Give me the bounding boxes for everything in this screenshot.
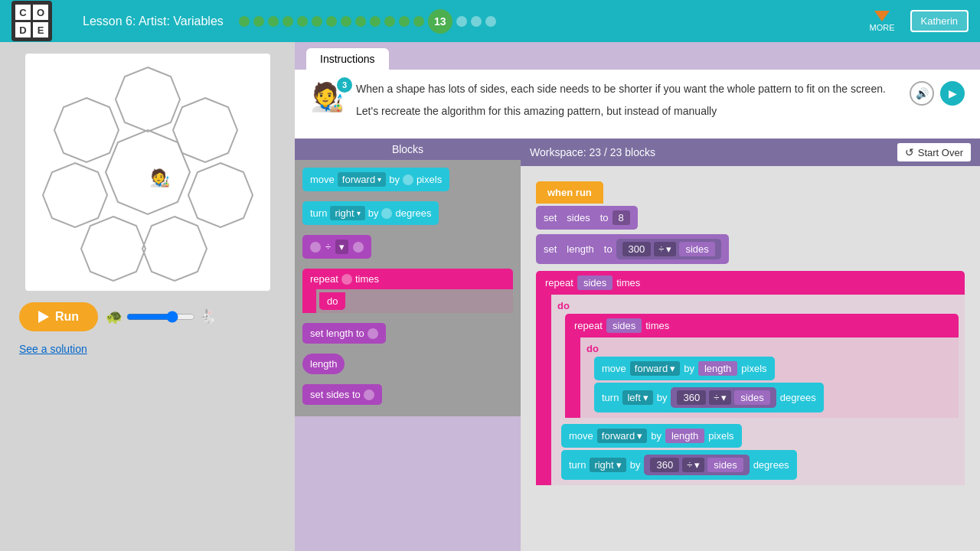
progress-dot-1[interactable] [239,16,250,27]
progress-dot-11[interactable] [384,16,395,27]
math-block[interactable]: ÷ ▾ [302,235,371,259]
move-forward-block[interactable]: move forward ▾ by pixels [302,168,449,191]
start-over-button[interactable]: ↺ Start Over [897,143,971,161]
blocks-header-label: Blocks [392,143,423,155]
forward-value: forward [342,174,375,185]
inner-360-val[interactable]: 360 [677,390,706,405]
turn-right-block[interactable]: turn right ▾ by degrees [302,201,439,225]
more-arrow-icon [874,11,890,21]
inner-forward-val: forward [635,363,668,374]
audio-controls: 🔊 ▶ [910,81,965,106]
forward-dropdown[interactable]: forward ▾ [338,172,386,187]
inner-left-dd[interactable]: left ▾ [622,390,652,405]
math-dropdown[interactable]: ▾ [335,240,348,254]
sides-val[interactable]: 8 [612,210,630,225]
outer-div-op[interactable]: 360 ÷ ▾ sides [644,455,749,475]
inner-times-label: times [645,320,669,331]
logo: C O D E [11,1,52,41]
outer-360b-val[interactable]: 360 [650,458,679,472]
play-button[interactable]: ▶ [940,81,965,106]
outer-div-dd[interactable]: ÷ ▾ [682,458,704,472]
set-sides-ws-label: set [544,212,557,223]
inner-degrees-label: degrees [780,392,816,403]
canvas-area: 🧑‍🎨 [25,54,270,291]
div-op-block[interactable]: 300 ÷ ▾ sides [616,239,721,259]
progress-dot-8[interactable] [341,16,351,27]
progress-dot-13[interactable] [413,16,424,27]
inner-repeat-label: repeat [574,320,603,331]
progress-dot-3[interactable] [268,16,279,27]
inner-length-var: length [698,361,737,376]
set-length-ws-block[interactable]: set length to 300 ÷ ▾ sides [536,234,729,264]
set-sides-ws-block[interactable]: set sides to 8 [536,206,638,230]
more-button[interactable]: MORE [870,11,895,32]
do-text: do [327,295,338,307]
inner-div-op[interactable]: 360 ÷ ▾ sides [671,387,776,408]
slow-icon: 🐢 [106,308,122,325]
badge: 3 [337,77,352,93]
character-area: 🧑‍🎨 3 [310,81,345,113]
inner-turn-block[interactable]: turn left ▾ by 360 [594,383,824,412]
progress-dot-6[interactable] [312,16,322,27]
inner-forward-dd[interactable]: forward ▾ [630,361,680,376]
inner-div-dd[interactable]: ÷ ▾ [709,390,731,405]
repeat-nub [341,274,352,285]
inner-move-label: move [602,363,626,374]
speed-input[interactable] [126,311,195,323]
outer-repeat-label: repeat [545,277,573,289]
outer-forward-dd[interactable]: forward ▾ [597,429,647,443]
workspace-panel: when run set sides to 8 [521,166,980,551]
progress-dot-7[interactable] [326,16,337,27]
progress-dot-10[interactable] [370,16,381,27]
outer-turn-block[interactable]: turn right ▾ by 360 ÷ [561,450,797,480]
inner-repeat-header[interactable]: repeat sides times [565,314,959,337]
audio-button[interactable]: 🔊 [910,81,934,106]
repeat-block[interactable]: repeat times do [302,269,513,313]
right-dropdown[interactable]: right ▾ [330,206,364,220]
instruction-line2: Let's recreate the algorithm for this am… [356,103,898,119]
turn-right-block-row: turn right ▾ by degrees [302,201,513,225]
progress-dot-4[interactable] [283,16,293,27]
speed-slider-area: 🐢 🐇 [106,308,216,325]
run-button[interactable]: Run [19,302,98,331]
do-label: do [319,292,345,310]
outer-repeat-header[interactable]: repeat sides times [536,271,965,295]
progress-dot-16[interactable] [471,16,482,27]
div-op: ÷ [325,241,331,253]
outer-right-dd[interactable]: right ▾ [590,458,626,472]
inner-repeat-block: repeat sides times do move [565,314,959,418]
progress-dot-2[interactable] [253,16,264,27]
progress-dot-9[interactable] [355,16,366,27]
outer-move-block[interactable]: move forward ▾ by length pixels [561,424,742,448]
when-run-block: when run [536,181,603,204]
progress-dot-current[interactable]: 13 [428,9,452,34]
instructions-tab[interactable]: Instructions [306,48,389,70]
set-sides-ws-row: set sides to 8 [536,206,965,232]
turn-label: turn [310,207,327,219]
progress-dot-17[interactable] [485,16,496,27]
workspace-blocks-container: when run set sides to 8 [528,174,972,495]
outer-forward-val: forward [602,430,635,442]
inner-turn-label: turn [602,392,619,403]
set-sides-block[interactable]: set sides to [302,384,382,405]
repeat-block-top[interactable]: repeat times [302,269,513,289]
progress-dot-15[interactable] [456,16,467,27]
see-solution-link[interactable]: See a solution [19,343,87,355]
move-label: move [310,174,335,185]
progress-dot-5[interactable] [297,16,308,27]
instructions-content: 🧑‍🎨 3 When a shape has lots of sides, ea… [295,70,980,139]
move-forward-block-row: move forward ▾ by pixels [302,168,513,191]
set-length-block[interactable]: set length to [302,323,386,344]
user-button[interactable]: Katherin [910,10,969,32]
inner-move-block[interactable]: move forward ▾ by length pixels [594,357,775,380]
right-panel: Instructions 🧑‍🎨 3 When a shape has lots… [295,42,980,551]
div-dropdown[interactable]: ÷ ▾ [654,242,676,256]
progress-dot-12[interactable] [399,16,410,27]
val-300[interactable]: 300 [622,242,652,256]
set-length-ws-row: set length to 300 ÷ ▾ sides [536,234,965,266]
outer-times-label: times [616,277,640,289]
outer-repeat-body: do repeat sides times do [536,295,965,485]
svg-marker-4 [142,217,207,281]
logo-d: D [15,22,31,37]
length-var-block[interactable]: length [302,354,345,374]
